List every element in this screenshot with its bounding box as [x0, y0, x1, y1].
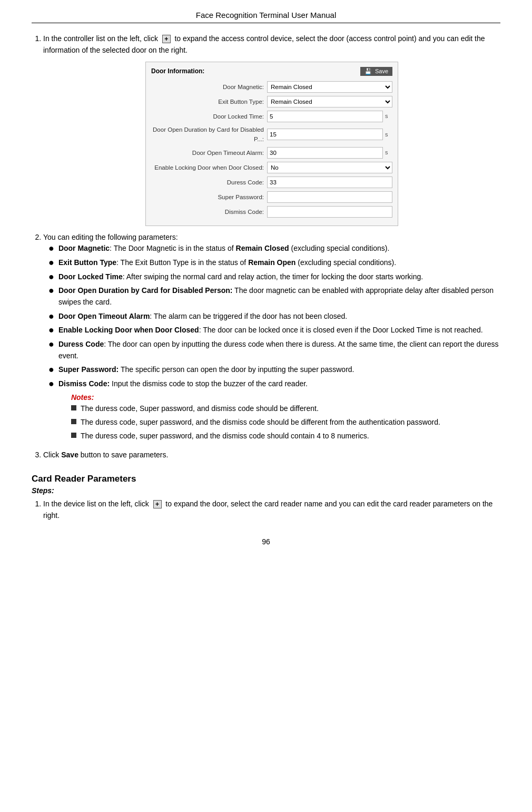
field-door-open-timeout: Door Open Timeout Alarm: s [151, 146, 392, 159]
card-reader-steps-label: Steps: [32, 486, 500, 495]
bullet-dot-7: ● [48, 339, 54, 350]
bullet-text-9: Dismiss Code: Input the dismiss code to … [58, 378, 500, 444]
card-reader-step-1: In the device list on the left, click + … [43, 498, 500, 522]
field-super-password: Super Password: [151, 191, 392, 203]
bullet-text-5: Door Open Timeout Alarm: The alarm can b… [58, 311, 500, 322]
label-dismiss-code: Dismiss Code: [151, 207, 267, 217]
bullet-door-locked-time: ● Door Locked Time: After swiping the no… [48, 271, 500, 283]
bullet-value-2: Remain Open [248, 258, 295, 267]
card-reader-heading: Card Reader Parameters [32, 474, 500, 484]
input-door-open-duration[interactable] [267, 129, 383, 140]
bullet-text-2: Exit Button Type: The Exit Button Type i… [58, 257, 500, 269]
note-square-1 [71, 405, 76, 410]
door-info-panel: Door Information: 💾 Save Door Magnetic: … [145, 62, 398, 226]
step1-intro: In the controller list on the left, clic… [43, 34, 158, 43]
note-text-3: The duress code, super password, and the… [81, 431, 369, 442]
bullet-duress-code: ● Duress Code: The door can open by inpu… [48, 339, 500, 361]
bullet-text-7: Duress Code: The door can open by inputt… [58, 339, 500, 361]
step-2: You can editing the following parameters… [43, 231, 500, 444]
bullet-dot-5: ● [48, 311, 54, 322]
field-dismiss-code: Dismiss Code: [151, 206, 392, 218]
bullet-dismiss-code: ● Dismiss Code: Input the dismiss code t… [48, 378, 500, 444]
bullet-value-1: Remain Closed [236, 244, 289, 252]
step-1: In the controller list on the left, clic… [43, 33, 500, 226]
card-reader-step1-text: In the device list on the left, click [43, 500, 149, 508]
bullet-enable-locking: ● Enable Locking Door when Door Closed: … [48, 325, 500, 336]
select-enable-locking[interactable]: No [267, 162, 392, 173]
unit-door-open-duration: s [385, 130, 392, 140]
bullet-bold-6: Enable Locking Door when Door Closed [58, 326, 199, 334]
bullet-dot-9: ● [48, 378, 54, 390]
label-door-locked-time: Door Locked Time: [151, 112, 267, 121]
panel-header: Door Information: 💾 Save [151, 66, 392, 76]
input-duress-code[interactable] [267, 177, 392, 188]
bullet-exit-button-type: ● Exit Button Type: The Exit Button Type… [48, 257, 500, 269]
bullet-bold-3: Door Locked Time [58, 272, 123, 281]
note-item-3: The duress code, super password, and the… [71, 431, 500, 442]
field-door-open-duration: Door Open Duration by Card for Disabled … [151, 125, 392, 144]
notes-block: Notes: The duress code, Super password, … [71, 392, 500, 442]
step3-rest: button to save parameters. [78, 451, 168, 459]
unit-door-open-timeout: s [385, 148, 392, 158]
save-icon: 💾 [364, 68, 372, 75]
note-item-2: The duress code, super password, and the… [71, 417, 500, 428]
main-list: In the controller list on the left, clic… [32, 33, 500, 461]
bullet-dot-6: ● [48, 325, 54, 336]
bullet-dot-3: ● [48, 271, 54, 283]
note-text-2: The duress code, super password, and the… [81, 417, 440, 428]
note-item-1: The duress code, Super password, and dis… [71, 403, 500, 415]
bullet-bold-2: Exit Button Type [58, 258, 116, 267]
field-exit-button-type: Exit Button Type: Remain Closed [151, 95, 392, 108]
select-enable-locking-wrapper: No [267, 162, 392, 173]
bullet-dot-8: ● [48, 364, 54, 376]
notes-list: The duress code, Super password, and dis… [71, 403, 500, 442]
bullet-bold-9: Dismiss Code: [58, 379, 110, 388]
bullet-text-3: Door Locked Time: After swiping the norm… [58, 271, 500, 283]
bullet-list: ● Door Magnetic: The Door Magnetic is in… [43, 243, 500, 444]
select-exit-button-type[interactable]: Remain Closed [267, 96, 392, 107]
card-reader-steps-list: In the device list on the left, click + … [32, 498, 500, 522]
card-reader-expand-icon[interactable]: + [153, 500, 162, 508]
expand-icon[interactable]: + [162, 35, 171, 43]
page-header: Face Recognition Terminal User Manual [32, 11, 500, 23]
header-title: Face Recognition Terminal [196, 11, 289, 19]
bullet-door-open-timeout: ● Door Open Timeout Alarm: The alarm can… [48, 311, 500, 322]
save-button[interactable]: 💾 Save [360, 67, 392, 76]
select-door-magnetic-wrapper: Remain Closed [267, 81, 392, 93]
bullet-door-open-duration: ● Door Open Duration by Card for Disable… [48, 285, 500, 308]
field-duress-code: Duress Code: [151, 176, 392, 189]
bullet-dot-4: ● [48, 285, 54, 297]
card-reader-section: Card Reader Parameters Steps: In the dev… [32, 474, 500, 522]
select-exit-button-type-wrapper: Remain Closed [267, 96, 392, 107]
page-footer: 96 [32, 537, 500, 546]
bullet-text-1: Door Magnetic: The Door Magnetic is in t… [58, 243, 500, 255]
label-super-password: Super Password: [151, 192, 267, 202]
step2-intro: You can editing the following parameters… [43, 233, 178, 241]
bullet-door-magnetic: ● Door Magnetic: The Door Magnetic is in… [48, 243, 500, 255]
bullet-bold-5: Door Open Timeout Alarm [58, 312, 150, 320]
select-door-magnetic[interactable]: Remain Closed [267, 81, 392, 93]
input-super-password[interactable] [267, 191, 392, 203]
bullet-text-8: Super Password: The specific person can … [58, 364, 500, 376]
save-label: Save [375, 68, 388, 74]
input-door-locked-time[interactable] [267, 111, 383, 122]
bullet-bold-1: Door Magnetic [58, 244, 110, 252]
bullet-dot-1: ● [48, 243, 54, 255]
unit-door-locked-time: s [385, 112, 392, 121]
bullet-super-password: ● Super Password: The specific person ca… [48, 364, 500, 376]
page-number: 96 [262, 537, 270, 546]
input-dismiss-code[interactable] [267, 206, 392, 218]
note-text-1: The duress code, Super password, and dis… [81, 403, 319, 415]
note-square-2 [71, 419, 76, 424]
step3-bold: Save [61, 451, 78, 459]
label-door-magnetic: Door Magnetic: [151, 82, 267, 92]
step3-text: Click [43, 451, 61, 459]
field-door-magnetic: Door Magnetic: Remain Closed [151, 81, 392, 93]
input-door-open-timeout[interactable] [267, 147, 383, 159]
bullet-text-4: Door Open Duration by Card for Disabled … [58, 285, 500, 308]
bullet-bold-4: Door Open Duration by Card for Disabled … [58, 286, 233, 295]
header-subtitle: User Manual [291, 11, 336, 19]
bullet-bold-7: Duress Code [58, 340, 104, 348]
bullet-text-6: Enable Locking Door when Door Closed: Th… [58, 325, 500, 336]
field-enable-locking: Enable Locking Door when Door Closed: No [151, 161, 392, 174]
